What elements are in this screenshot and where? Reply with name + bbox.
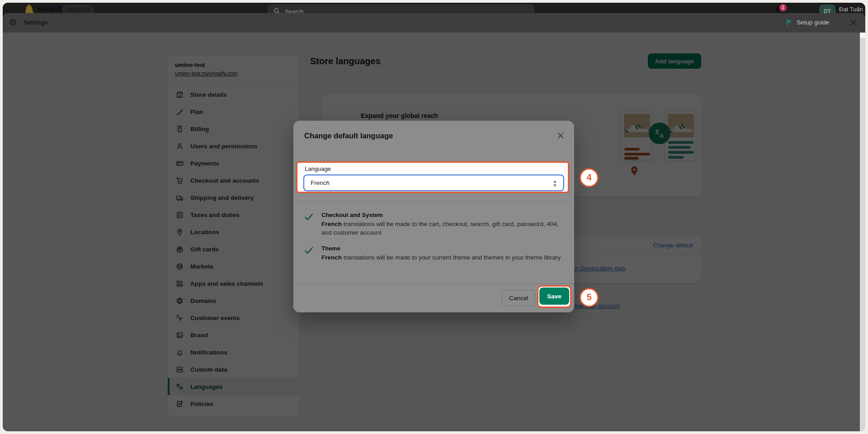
- search-icon: [274, 8, 280, 13]
- step-4-annotation: 4: [580, 168, 599, 187]
- step-5-annotation: 5: [580, 288, 599, 307]
- save-button-highlight: Save: [537, 285, 571, 308]
- select-stepper-icon: [552, 180, 557, 187]
- screenshot-frame: shopify Winter '23 Search 1 DT Đạt Tuấn …: [0, 0, 868, 434]
- global-search[interactable]: Search: [268, 4, 534, 13]
- setup-guide-button[interactable]: Setup guide: [797, 19, 829, 26]
- language-select-value: French: [311, 179, 330, 186]
- close-settings-icon[interactable]: [849, 18, 858, 27]
- settings-title: Settings: [24, 19, 47, 26]
- language-select[interactable]: French: [303, 175, 564, 191]
- language-field-highlight: Language French: [296, 161, 569, 193]
- shopify-logo-icon: [25, 4, 34, 13]
- save-button[interactable]: Save: [539, 288, 569, 305]
- tutorial-dim-overlay: [3, 33, 860, 431]
- language-label: Language: [305, 165, 331, 172]
- notification-count-badge: 1: [779, 4, 787, 11]
- scrollbar[interactable]: [860, 33, 865, 431]
- scrollbar-arrow[interactable]: [860, 33, 865, 38]
- shopify-wordmark: shopify: [37, 5, 66, 13]
- version-badge: Winter '23: [62, 5, 94, 13]
- user-avatar[interactable]: DT: [819, 5, 835, 13]
- setup-guide-flag-icon: [786, 19, 793, 27]
- gear-icon: ⚙: [9, 17, 17, 28]
- settings-header: ⚙ Settings Setup guide: [3, 13, 865, 33]
- search-placeholder: Search: [285, 8, 303, 13]
- admin-window: shopify Winter '23 Search 1 DT Đạt Tuấn …: [3, 3, 865, 431]
- user-name: Đạt Tuấn: [839, 6, 863, 13]
- topbar: shopify Winter '23 Search 1 DT Đạt Tuấn: [3, 3, 865, 13]
